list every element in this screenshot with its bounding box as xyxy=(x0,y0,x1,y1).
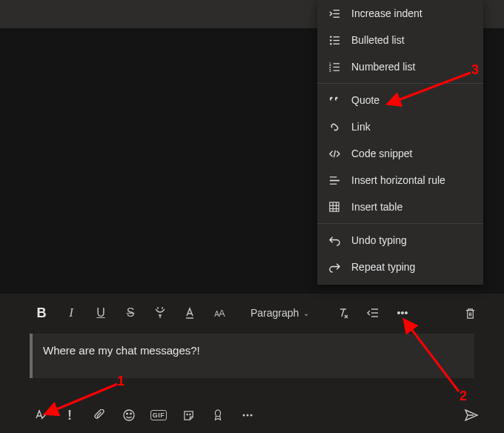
svg-point-8 xyxy=(127,413,128,414)
svg-point-12 xyxy=(215,410,220,417)
svg-point-13 xyxy=(243,414,245,417)
font-color-button[interactable] xyxy=(175,298,205,328)
clear-formatting-button[interactable] xyxy=(328,298,358,328)
menu-code-snippet[interactable]: Code snippet xyxy=(317,140,483,167)
message-input[interactable]: Where are my chat messages?! xyxy=(30,334,474,378)
compose-area: B I U S AA Paragraph ⌄ xyxy=(0,294,504,433)
format-toggle-button[interactable] xyxy=(25,402,55,429)
underline-button[interactable]: U xyxy=(86,298,116,328)
italic-button[interactable]: I xyxy=(56,298,86,328)
menu-label: Repeat typing xyxy=(351,261,415,273)
menu-label: Link xyxy=(351,121,371,133)
svg-point-14 xyxy=(247,414,249,417)
highlight-button[interactable] xyxy=(145,298,175,328)
menu-quote[interactable]: Quote xyxy=(317,87,483,113)
menu-label: Code snippet xyxy=(351,148,413,159)
menu-insert-table[interactable]: Insert table xyxy=(317,194,483,220)
font-size-button[interactable]: AA xyxy=(205,298,234,328)
svg-point-21 xyxy=(330,42,331,44)
delete-button[interactable] xyxy=(455,298,485,328)
svg-point-6 xyxy=(405,311,408,314)
attach-button[interactable] xyxy=(84,402,114,429)
praise-button[interactable] xyxy=(203,402,233,429)
svg-point-9 xyxy=(130,413,132,414)
menu-horizontal-rule[interactable]: Insert horizontal rule xyxy=(317,167,483,194)
svg-point-20 xyxy=(330,39,331,41)
menu-link[interactable]: Link xyxy=(317,113,483,140)
menu-increase-indent[interactable]: Increase indent xyxy=(317,0,483,27)
quote-icon xyxy=(328,95,341,105)
svg-point-5 xyxy=(402,311,404,314)
menu-label: Insert table xyxy=(351,201,402,213)
svg-point-4 xyxy=(398,311,400,314)
svg-rect-34 xyxy=(330,202,339,211)
compose-bottom-bar: ! GIF xyxy=(0,397,504,433)
svg-point-11 xyxy=(189,414,190,414)
menu-label: Quote xyxy=(351,94,379,106)
svg-rect-22 xyxy=(333,36,339,37)
paragraph-style-dropdown[interactable]: Paragraph ⌄ xyxy=(243,298,316,328)
sticker-button[interactable] xyxy=(173,402,203,429)
gif-label: GIF xyxy=(150,410,168,420)
format-toolbar: B I U S AA Paragraph ⌄ xyxy=(0,297,504,329)
svg-point-7 xyxy=(124,410,134,420)
send-button[interactable] xyxy=(457,402,486,429)
link-icon xyxy=(328,122,341,133)
menu-bulleted-list[interactable]: Bulleted list xyxy=(317,27,483,53)
svg-rect-23 xyxy=(333,39,339,40)
menu-label: Increase indent xyxy=(351,7,422,19)
bold-button[interactable]: B xyxy=(27,298,56,328)
svg-point-15 xyxy=(251,414,253,417)
menu-separator xyxy=(317,223,483,224)
message-text: Where are my chat messages?! xyxy=(43,344,200,357)
svg-point-19 xyxy=(330,36,331,37)
menu-numbered-list[interactable]: 123 Numbered list xyxy=(317,53,483,80)
emoji-button[interactable] xyxy=(114,402,144,429)
svg-point-10 xyxy=(186,414,187,414)
decrease-indent-button[interactable] xyxy=(358,298,388,328)
increase-indent-icon xyxy=(328,8,341,19)
menu-label: Numbered list xyxy=(351,61,415,73)
menu-separator xyxy=(317,83,483,84)
code-icon xyxy=(328,148,341,159)
more-apps-button[interactable] xyxy=(233,402,262,429)
more-options-button[interactable] xyxy=(388,298,417,328)
menu-redo[interactable]: Repeat typing xyxy=(317,254,483,280)
menu-label: Bulleted list xyxy=(351,34,405,46)
priority-button[interactable]: ! xyxy=(55,402,84,429)
more-format-menu: Increase indent Bulleted list 123 Number… xyxy=(317,0,483,285)
svg-rect-24 xyxy=(333,43,339,44)
paragraph-label: Paragraph xyxy=(251,307,299,319)
svg-text:3: 3 xyxy=(329,69,331,73)
redo-icon xyxy=(328,262,341,273)
menu-undo[interactable]: Undo typing xyxy=(317,227,483,254)
table-icon xyxy=(328,202,341,212)
hr-icon xyxy=(328,175,341,186)
undo-icon xyxy=(328,235,341,246)
menu-label: Undo typing xyxy=(351,234,407,246)
numbered-list-icon: 123 xyxy=(328,62,341,73)
strikethrough-button[interactable]: S xyxy=(116,298,145,328)
gif-button[interactable]: GIF xyxy=(144,402,173,429)
chevron-down-icon: ⌄ xyxy=(303,309,309,317)
bulleted-list-icon xyxy=(328,35,341,46)
menu-label: Insert horizontal rule xyxy=(351,174,445,186)
